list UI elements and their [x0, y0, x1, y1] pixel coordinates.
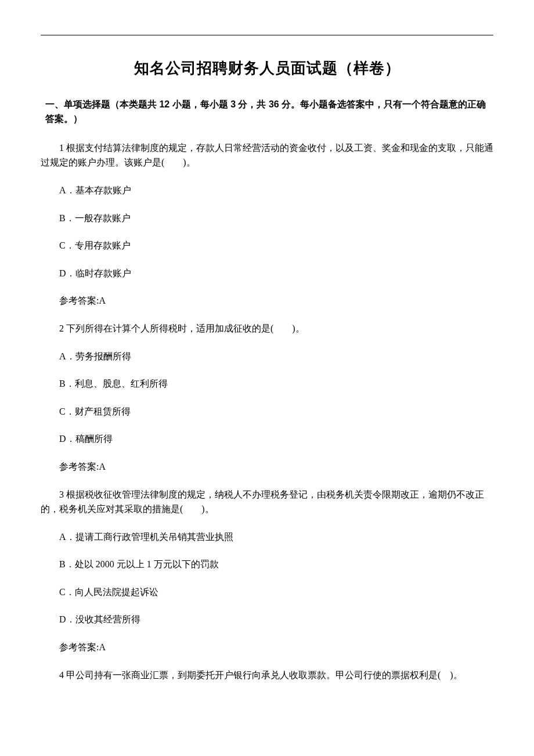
question-stem: 2 下列所得在计算个人所得税时，适用加成征收的是( )。 [41, 321, 493, 336]
question-stem: 1 根据支付结算法律制度的规定，存款人日常经营活动的资金收付，以及工资、奖金和现… [41, 141, 493, 170]
question-option: D．临时存款账户 [59, 266, 493, 281]
question-stem: 4 甲公司持有一张商业汇票，到期委托开户银行向承兑人收取票款。甲公司行使的票据权… [41, 668, 493, 683]
question-option: B．利息、股息、红利所得 [59, 376, 493, 391]
question-option: A．提请工商行政管理机关吊销其营业执照 [59, 530, 493, 545]
question-option: A．基本存款账户 [59, 183, 493, 198]
question-option: B．一般存款账户 [59, 211, 493, 226]
question-option: C．专用存款账户 [59, 238, 493, 253]
question-stem: 3 根据税收征收管理法律制度的规定，纳税人不办理税务登记，由税务机关责令限期改正… [41, 487, 493, 517]
section-heading: 一、单项选择题（本类题共 12 小题，每小题 3 分，共 36 分。每小题备选答… [45, 97, 493, 127]
question-answer: 参考答案:A [59, 293, 493, 308]
document-title: 知名公司招聘财务人员面试题（样卷） [41, 56, 493, 81]
question-option: C．财产租赁所得 [59, 404, 493, 419]
question-option: D．稿酬所得 [59, 431, 493, 447]
question-answer: 参考答案:A [59, 640, 493, 655]
question-answer: 参考答案:A [59, 459, 493, 474]
horizontal-rule [41, 35, 493, 35]
question-option: C．向人民法院提起诉讼 [59, 585, 493, 600]
question-option: B．处以 2000 元以上 1 万元以下的罚款 [59, 557, 493, 572]
question-option: D．没收其经营所得 [59, 612, 493, 627]
question-option: A．劳务报酬所得 [59, 349, 493, 364]
